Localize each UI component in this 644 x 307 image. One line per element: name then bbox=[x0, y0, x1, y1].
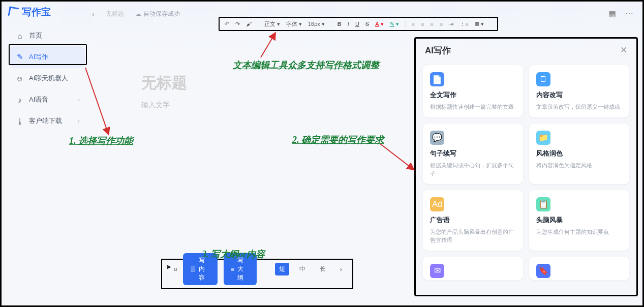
annotation-1: 1. 选择写作功能 bbox=[69, 135, 133, 147]
annotation-box-sidebar bbox=[9, 44, 87, 65]
card-ads[interactable]: Ad 广告语 为您的产品头脑风暴出有创意的广告宣传语 bbox=[423, 190, 523, 251]
brand: 写作宝 bbox=[9, 6, 51, 19]
autosave-indicator: ☁ 自动保存成功 bbox=[135, 10, 180, 18]
strike-button[interactable]: S bbox=[365, 21, 369, 27]
doc-name: 无标题 bbox=[106, 10, 124, 18]
bookmark-icon: 🔖 bbox=[536, 264, 550, 278]
sidebar-item-label: AI语音 bbox=[29, 95, 48, 104]
paragraph-style-select[interactable]: 正文 ▾ bbox=[264, 20, 280, 28]
brand-logo-icon bbox=[8, 6, 19, 18]
card-continue[interactable]: 💬 句子续写 根据关键词或中心句，扩展多个句子 bbox=[423, 124, 523, 184]
highlight-button[interactable]: ✎ ▾ bbox=[390, 21, 399, 27]
card-title: 内容改写 bbox=[536, 90, 622, 100]
redo-button[interactable]: ↷ bbox=[235, 21, 240, 27]
align-left-button[interactable]: ≡ bbox=[412, 21, 415, 27]
cloud-icon: ☁ bbox=[135, 11, 141, 18]
grid-icon[interactable]: ▦ bbox=[608, 9, 616, 18]
card-more1[interactable]: ✉ bbox=[423, 257, 523, 280]
list-ol-button[interactable]: ⋮≡ bbox=[459, 21, 468, 27]
undo-button[interactable]: ↶ bbox=[225, 21, 229, 27]
card-title: 广告语 bbox=[430, 216, 516, 225]
editor-area[interactable]: 无标题 输入文字 bbox=[141, 73, 395, 110]
close-icon[interactable]: ✕ bbox=[620, 45, 627, 56]
card-desc: 为您的产品头脑风暴出有创意的广告宣传语 bbox=[430, 228, 516, 244]
doc-title-input[interactable]: 无标题 bbox=[141, 73, 395, 94]
card-brainstorm[interactable]: 📋 头脑风暴 为您生成任何主题的知识要点 bbox=[529, 190, 629, 251]
write-content-button[interactable]: ☰写内容 bbox=[183, 253, 218, 285]
align-right-button[interactable]: ≡ bbox=[430, 21, 433, 27]
indent-button[interactable]: ⇥ bbox=[449, 21, 453, 27]
length-long-button[interactable]: 长 bbox=[316, 263, 330, 275]
font-family-select[interactable]: 字体 ▾ bbox=[286, 20, 302, 28]
ai-cards: 📄 全文写作 根据标题快速创建一篇完整的文章 🗒 内容改写 文章段落改写，保留原… bbox=[416, 61, 636, 284]
length-more-button[interactable]: › bbox=[336, 264, 346, 275]
card-desc: 将内容润色为指定风格 bbox=[536, 161, 622, 170]
text-color-button[interactable]: A ▾ bbox=[375, 21, 383, 27]
card-desc: 根据标题快速创建一篇完整的文章 bbox=[430, 103, 516, 111]
autosave-text: 自动保存成功 bbox=[143, 10, 180, 18]
align-justify-button[interactable]: ≡ bbox=[440, 21, 443, 27]
brain-icon: 📋 bbox=[536, 197, 550, 211]
sidebar-item-label: AI聊天机器人 bbox=[29, 74, 68, 83]
sound-icon: ♪ bbox=[16, 96, 24, 104]
mail-icon: ✉ bbox=[430, 264, 444, 278]
home-icon: ⌂ bbox=[16, 32, 24, 40]
italic-button[interactable]: I bbox=[348, 21, 349, 27]
chevron-right-icon: › bbox=[78, 96, 80, 103]
arrow-1 bbox=[80, 63, 116, 139]
editor-toolbar: ↶ ↷ 🖌 正文 ▾ 字体 ▾ 16px ▾ B I U S A ▾ ✎ ▾ ≡… bbox=[219, 17, 498, 31]
robot-icon: ☺ bbox=[16, 74, 24, 82]
sidebar: ⌂ 首页 ✎ AI写作 ☺ AI聊天机器人 ♪ AI语音 › ⭳ 客户端下载 › bbox=[9, 25, 85, 132]
card-title: 风格润色 bbox=[536, 149, 622, 158]
more-icon[interactable]: ⋯ bbox=[625, 9, 633, 18]
card-desc: 为您生成任何主题的知识要点 bbox=[536, 228, 622, 236]
continue-icon: 💬 bbox=[430, 131, 444, 145]
card-desc: 文章段落改写，保留原义一键成稿 bbox=[536, 103, 622, 111]
font-size-select[interactable]: 16px ▾ bbox=[308, 21, 325, 27]
back-button[interactable]: ‹ bbox=[92, 10, 95, 18]
ai-panel-title: AI写作 bbox=[425, 45, 451, 56]
sidebar-item-chatbot[interactable]: ☺ AI聊天机器人 bbox=[9, 68, 85, 89]
drag-handle-icon[interactable] bbox=[174, 268, 177, 271]
card-full-write[interactable]: 📄 全文写作 根据标题快速创建一篇完整的文章 bbox=[423, 65, 523, 117]
list-ul-button[interactable]: ≣ ▾ bbox=[475, 21, 484, 27]
topbar: ‹ 无标题 ☁ 自动保存成功 bbox=[92, 10, 180, 18]
card-title: 句子续写 bbox=[430, 149, 516, 158]
chevron-right-icon: › bbox=[78, 117, 80, 125]
ad-icon: Ad bbox=[430, 197, 444, 211]
sidebar-item-download[interactable]: ⭳ 客户端下载 › bbox=[9, 110, 85, 132]
play-icon[interactable]: ▶ bbox=[167, 264, 171, 269]
card-polish[interactable]: 📁 风格润色 将内容润色为指定风格 bbox=[529, 124, 629, 184]
ai-panel: AI写作 ✕ 📄 全文写作 根据标题快速创建一篇完整的文章 🗒 内容改写 文章段… bbox=[414, 37, 638, 296]
sidebar-item-voice[interactable]: ♪ AI语音 › bbox=[9, 89, 85, 110]
align-center-button[interactable]: ≡ bbox=[421, 21, 424, 27]
card-rewrite[interactable]: 🗒 内容改写 文章段落改写，保留原义一键成稿 bbox=[529, 65, 629, 117]
sidebar-item-label: 首页 bbox=[29, 31, 42, 40]
sidebar-item-label: 客户端下载 bbox=[29, 116, 62, 126]
doc-icon: 📄 bbox=[430, 72, 444, 86]
annotation-2: 2. 确定需要的写作要求 bbox=[292, 134, 384, 146]
format-paint-button[interactable]: 🖌 bbox=[246, 21, 252, 27]
annotation-toolbar: 文本编辑工具众多支持写作格式调整 bbox=[233, 59, 379, 71]
polish-icon: 📁 bbox=[536, 131, 550, 145]
bottom-action-panel: ▶ ☰写内容 ≡写大纲 短 中 长 › bbox=[161, 259, 353, 289]
length-mid-button[interactable]: 中 bbox=[295, 263, 310, 275]
doc-body-input[interactable]: 输入文字 bbox=[141, 101, 395, 110]
sidebar-item-home[interactable]: ⌂ 首页 bbox=[9, 25, 85, 46]
bold-button[interactable]: B bbox=[338, 21, 342, 27]
rewrite-icon: 🗒 bbox=[536, 72, 550, 86]
write-outline-button[interactable]: ≡写大纲 bbox=[224, 253, 257, 285]
length-short-button[interactable]: 短 bbox=[275, 263, 289, 275]
top-right-controls: ▦ ⋯ bbox=[608, 9, 633, 18]
arrow-toolbar bbox=[255, 29, 295, 60]
underline-button[interactable]: U bbox=[355, 21, 359, 27]
card-desc: 根据关键词或中心句，扩展多个句子 bbox=[430, 161, 516, 178]
download-icon: ⭳ bbox=[16, 117, 24, 125]
brand-name: 写作宝 bbox=[22, 6, 51, 19]
card-title: 头脑风暴 bbox=[536, 216, 622, 225]
card-more2[interactable]: 🔖 bbox=[529, 257, 629, 280]
card-title: 全文写作 bbox=[430, 90, 516, 100]
